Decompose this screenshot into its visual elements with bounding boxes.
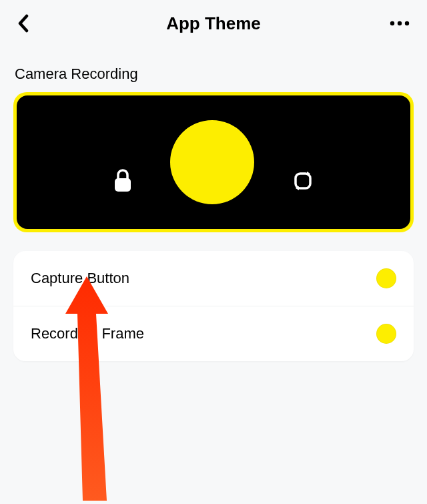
svg-rect-3 xyxy=(115,178,131,192)
color-swatch xyxy=(376,268,396,288)
option-capture-button[interactable]: Capture Button xyxy=(13,251,414,306)
back-button[interactable] xyxy=(17,10,44,37)
svg-point-1 xyxy=(398,21,402,25)
more-button[interactable] xyxy=(383,10,410,37)
chevron-left-icon xyxy=(17,14,29,33)
header: App Theme xyxy=(0,0,427,47)
more-horizontal-icon xyxy=(390,21,410,26)
option-label: Capture Button xyxy=(31,270,129,287)
lock-icon xyxy=(113,169,133,193)
section-label: Camera Recording xyxy=(0,47,427,92)
option-label: Recording Frame xyxy=(31,325,144,342)
color-swatch xyxy=(376,324,396,344)
svg-rect-4 xyxy=(296,174,310,188)
svg-point-0 xyxy=(390,21,394,25)
page-title: App Theme xyxy=(166,13,261,34)
capture-button-preview xyxy=(170,120,254,204)
option-recording-frame[interactable]: Recording Frame xyxy=(13,306,414,361)
recording-preview-inner xyxy=(17,95,410,229)
flip-camera-icon xyxy=(292,170,314,192)
svg-point-2 xyxy=(405,21,409,25)
recording-preview-card xyxy=(13,92,414,232)
options-card: Capture Button Recording Frame xyxy=(13,251,414,361)
